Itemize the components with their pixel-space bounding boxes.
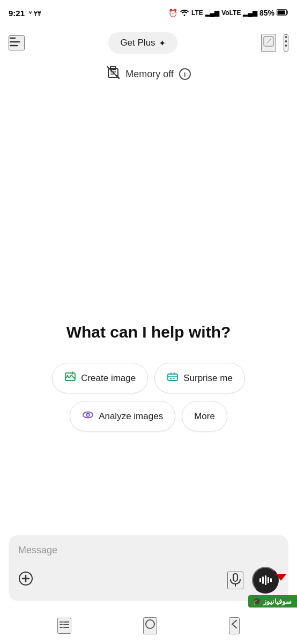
status-bar: 9:21 ᵛ ۲۴ ⏰ LTE ▂▄▆ VoLTE ▂▄▆ 85% (0, 0, 297, 26)
status-time: 9:21 ᵛ ۲۴ (9, 9, 41, 18)
nav-right (261, 34, 288, 52)
watermark-text: سوفيانيوز (263, 597, 292, 605)
watermark-graduation-icon: 🎓 (253, 597, 261, 605)
svg-point-15 (67, 375, 69, 377)
top-nav: Get Plus ✦ (0, 26, 297, 60)
edit-button[interactable] (261, 34, 276, 52)
action-row-1: Create image Surprise me (13, 363, 284, 393)
plus-star-icon: ✦ (159, 38, 166, 48)
message-actions (18, 567, 279, 594)
signal-bars: ▂▄▆ (205, 9, 220, 17)
svg-point-21 (87, 414, 88, 415)
memory-icon (106, 65, 120, 83)
voice-wave-button[interactable] (252, 567, 279, 594)
action-row-2: Analyze images More (13, 401, 284, 431)
create-image-icon (64, 371, 76, 385)
wifi-icon (180, 9, 189, 18)
time-display: 9:21 (9, 9, 25, 18)
svg-rect-18 (173, 378, 175, 379)
signal-bars-2: ▂▄▆ (243, 9, 257, 17)
mic-button[interactable] (227, 572, 243, 589)
get-plus-button[interactable]: Get Plus ✦ (108, 32, 177, 54)
msg-right-icons (227, 567, 279, 594)
bottom-nav (0, 608, 297, 644)
wave-icon (259, 575, 272, 585)
nav-left (9, 35, 25, 50)
surprise-me-icon (167, 371, 179, 385)
svg-rect-1 (278, 10, 285, 14)
battery-icon (277, 9, 288, 17)
svg-point-6 (285, 36, 287, 38)
status-right-icons: ⏰ LTE ▂▄▆ VoLTE ▂▄▆ 85% (168, 9, 288, 18)
message-box: Message (9, 535, 288, 601)
surprise-me-label: Surprise me (183, 373, 233, 384)
back-button[interactable] (229, 617, 240, 634)
app-layout: 9:21 ᵛ ۲۴ ⏰ LTE ▂▄▆ VoLTE ▂▄▆ 85% (0, 0, 297, 644)
analyze-images-button[interactable]: Analyze images (70, 401, 175, 431)
analyze-images-label: Analyze images (99, 411, 163, 422)
watermark-arrow (276, 574, 286, 581)
create-image-button[interactable]: Create image (52, 363, 148, 393)
lte-icon: LTE (191, 9, 203, 17)
volte-icon: VoLTE (221, 9, 241, 17)
analyze-images-icon (82, 409, 94, 423)
svg-point-7 (285, 40, 287, 42)
message-plus-button[interactable] (18, 571, 33, 590)
main-headline: What can I help with? (66, 323, 231, 341)
surprise-me-button[interactable]: Surprise me (154, 363, 245, 393)
recent-apps-button[interactable] (57, 618, 71, 634)
svg-rect-33 (146, 620, 154, 628)
memory-text: Memory off (125, 69, 174, 80)
memory-info-button[interactable]: i (179, 68, 191, 80)
alarm-icon: ⏰ (168, 9, 177, 17)
more-button[interactable]: More (182, 401, 227, 431)
get-plus-label: Get Plus (120, 38, 155, 48)
watermark-badge: 🎓 سوفيانيوز (248, 595, 297, 608)
create-image-label: Create image (81, 373, 136, 384)
svg-rect-17 (170, 378, 172, 379)
svg-rect-16 (168, 374, 177, 380)
battery-percent: 85% (259, 9, 274, 17)
menu-button[interactable] (9, 35, 25, 50)
more-label: More (194, 411, 215, 422)
status-indicators: ᵛ ۲۴ (29, 10, 41, 18)
more-options-button[interactable] (284, 34, 288, 52)
svg-rect-25 (233, 574, 237, 581)
message-placeholder: Message (18, 545, 279, 556)
home-button[interactable] (143, 617, 157, 634)
svg-point-8 (285, 45, 287, 47)
memory-banner: Memory off i (0, 60, 297, 86)
